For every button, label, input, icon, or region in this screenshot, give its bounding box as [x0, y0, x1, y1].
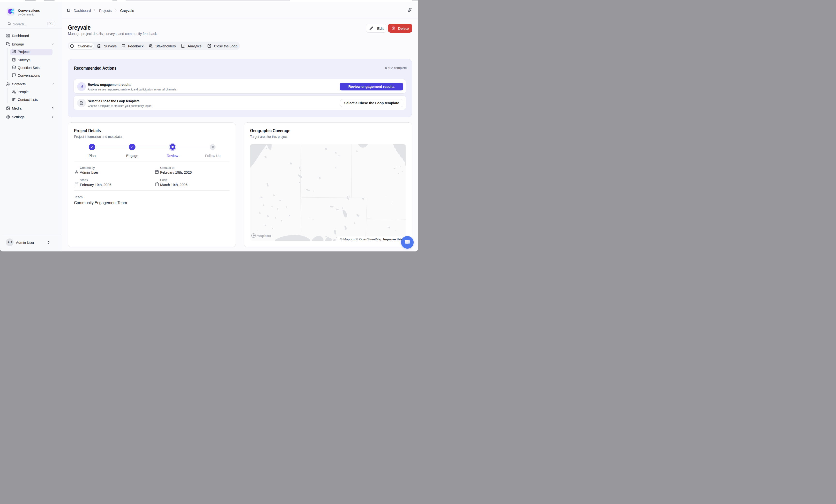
- svg-text:mapbox: mapbox: [256, 234, 271, 238]
